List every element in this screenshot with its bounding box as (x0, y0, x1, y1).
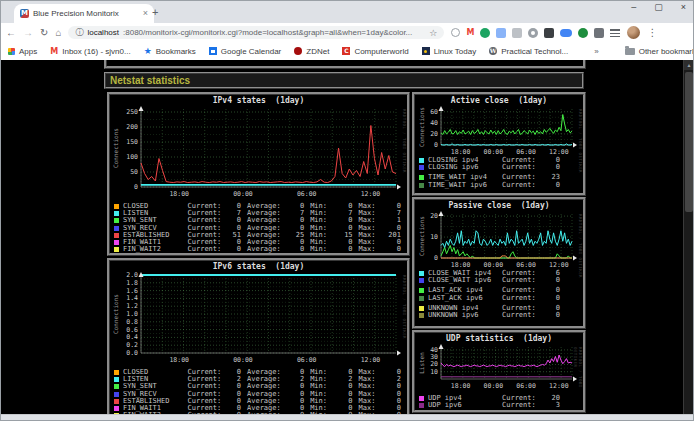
legend-swatch (114, 226, 119, 231)
section-header: Netstat statistics (104, 72, 584, 89)
window-close-button[interactable]: × (681, 2, 686, 12)
svg-text:10: 10 (430, 233, 438, 241)
svg-text:0: 0 (134, 183, 138, 191)
bookmark-label: ZDNet (306, 47, 329, 56)
window-minimize-button[interactable]: – (631, 2, 636, 12)
green-circle-extension-icon[interactable] (578, 28, 588, 38)
gmail-extension-icon[interactable]: M (466, 28, 474, 37)
legend-stat-value: 25 (286, 232, 310, 239)
bookmark-item[interactable]: CComputerworld (342, 47, 408, 56)
legend-stat-value: 0 (286, 246, 310, 253)
legend-stat-label: Current: (502, 402, 544, 409)
legend-swatch (114, 247, 119, 252)
chart-box-ipv4-states[interactable]: IPv4 states (1day) RRDTOOL / TOBI OETIKE… (107, 92, 410, 256)
chart-legend: CLOSEDCurrent:0Average:0Min:0Max:0LISTEN… (110, 202, 407, 253)
legend-series-name: CLOSING ipv6 (428, 164, 502, 171)
vertical-scrollbar[interactable]: ▲ (683, 60, 694, 415)
browser-menu-icon[interactable]: ⋮ (647, 27, 657, 38)
legend-series-name: SYN_SENT (123, 217, 188, 224)
bookmark-item[interactable]: MInbox (16) - sjvn0... (50, 47, 130, 56)
chart-box-udp-statistics[interactable]: UDP statistics (1day) RRDTOOL / TOBI OET… (412, 330, 586, 413)
legend-stat-label: Current: (188, 246, 223, 253)
address-bar[interactable]: ⓘ localhost :8080/monitorix-cgi/monitori… (68, 26, 444, 39)
bookmark-item[interactable]: Google Calendar (209, 47, 281, 56)
window-bottom-edge (0, 414, 694, 421)
window-maximize-button[interactable]: ▢ (654, 2, 663, 12)
svg-text:18:00: 18:00 (169, 190, 189, 198)
reading-list-extension-icon[interactable] (610, 29, 620, 37)
url-host: localhost (87, 28, 119, 37)
svg-text:Connections: Connections (112, 128, 119, 168)
legend-stat-value: 1 (383, 217, 407, 224)
back-icon[interactable]: ← (6, 28, 16, 38)
svg-text:06:00: 06:00 (297, 190, 317, 198)
bookmark-label: Computerworld (354, 47, 408, 56)
pages-extension-icon[interactable] (496, 28, 506, 38)
tab-close-icon[interactable]: × (143, 9, 148, 18)
bookmarks-bar: AppsMInbox (16) - sjvn0...★BookmarksGoog… (0, 42, 694, 61)
other-bookmarks-button[interactable]: Other bookmarks (625, 47, 694, 56)
svg-text:60: 60 (430, 108, 438, 116)
legend-stat-value: 0 (223, 217, 247, 224)
plot-svg: 1020304018:0000:0006:0012:00Listen (417, 344, 581, 390)
legend-stat-label: Current: (502, 164, 544, 171)
legend-series-name: FIN_WAIT1 (123, 239, 188, 246)
bookmark-item[interactable]: WPractical Technol... (489, 47, 568, 56)
bookmark-item[interactable]: ★Bookmarks (144, 47, 196, 56)
wp-bookmark-icon: W (489, 47, 497, 55)
browser-toolbar: ← → ↻ ⌂ ⓘ localhost :8080/monitorix-cgi/… (0, 23, 694, 42)
profile-avatar[interactable] (627, 26, 640, 39)
svg-text:1.2: 1.2 (126, 302, 138, 310)
bookmarks-overflow-icon[interactable]: » (594, 47, 598, 56)
svg-text:10: 10 (430, 368, 438, 376)
scrollbar-thumb[interactable] (685, 72, 693, 212)
chart-box-active-close[interactable]: Active close (1day) RRDTOOL / TOBI OETIK… (412, 92, 586, 196)
legend-stat-value: 0 (334, 203, 358, 210)
legend-swatch (419, 165, 424, 170)
legend-stat-value: 201 (383, 232, 407, 239)
legend-stat-value: 0 (286, 369, 310, 376)
legend-stat-value: 0 (334, 398, 358, 405)
plot-svg: 020406018:0000:0006:0012:00Connections (417, 106, 581, 156)
legend-series-name: CLOSING ipv4 (428, 157, 502, 164)
svg-text:50: 50 (130, 168, 138, 176)
legend-stat-value: 0 (286, 405, 310, 412)
bookmark-label: Linux Today (434, 47, 477, 56)
chart-box-passive-close[interactable]: Passive close (1day) RRDTOOL / TOBI OETI… (412, 197, 586, 329)
eye-extension-icon[interactable] (528, 28, 538, 38)
legend-stat-value: 0 (383, 405, 407, 412)
globe-extension-icon[interactable] (480, 28, 490, 38)
grey-box-extension-icon[interactable] (512, 28, 522, 38)
legend-swatch (114, 204, 119, 209)
svg-text:2.0: 2.0 (126, 272, 138, 279)
scroll-up-icon[interactable]: ▲ (684, 60, 694, 70)
forward-icon[interactable]: → (23, 28, 33, 38)
apps-bookmark-icon (8, 48, 15, 55)
browser-tab[interactable]: M Blue Precision Monitorix × (14, 4, 154, 23)
bookmark-item[interactable]: ZDNet (294, 47, 329, 56)
series-unknown-ipv4 (441, 256, 572, 258)
legend-series-name: LAST_ACK ipv6 (428, 295, 502, 302)
legend-stat-value: 0 (286, 217, 310, 224)
page-info-icon[interactable]: ⓘ (75, 28, 83, 38)
svg-text:20: 20 (430, 130, 438, 138)
legend-stat-value: 23 (544, 174, 566, 181)
bookmark-star-icon[interactable]: ☆ (429, 28, 437, 38)
bookmark-item[interactable]: Apps (8, 47, 37, 56)
legend-stat-value: 0 (223, 369, 247, 376)
rrdtool-watermark: RRDTOOL / TOBI OETIKER (578, 109, 583, 173)
chart-box-ipv6-states[interactable]: IPv6 states (1day) RRDTOOL / TOBI OETIKE… (107, 258, 410, 415)
legend-series-name: CLOSED (123, 203, 188, 210)
blue-oval-extension-icon[interactable] (560, 29, 572, 37)
bookmark-item[interactable]: Linux Today (422, 47, 477, 56)
pin-extension-icon[interactable] (594, 28, 604, 38)
legend-stat-value: 0 (544, 182, 566, 189)
reload-icon[interactable]: ↻ (40, 28, 48, 38)
svg-text:18:00: 18:00 (451, 382, 471, 390)
dark-box-extension-icon[interactable] (544, 28, 554, 38)
new-tab-button[interactable]: + (152, 7, 158, 18)
search-extension-icon[interactable] (451, 28, 460, 37)
svg-text:200: 200 (126, 123, 138, 131)
home-icon[interactable]: ⌂ (55, 28, 61, 38)
legend-stat-label: Current: (502, 182, 544, 189)
